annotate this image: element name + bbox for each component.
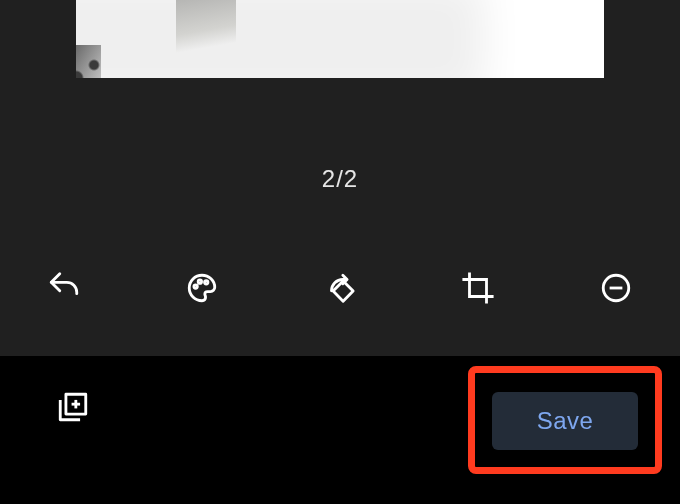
delete-button[interactable] bbox=[598, 272, 634, 308]
add-page-button[interactable] bbox=[56, 390, 90, 424]
rotate-icon bbox=[323, 271, 357, 309]
page-counter: 2/2 bbox=[0, 165, 680, 193]
preview-detail bbox=[76, 45, 101, 78]
undo-icon bbox=[47, 271, 81, 309]
save-button[interactable]: Save bbox=[492, 392, 638, 450]
svg-point-1 bbox=[198, 280, 201, 283]
edit-toolbar bbox=[0, 262, 680, 318]
remove-icon bbox=[599, 271, 633, 309]
rotate-button[interactable] bbox=[322, 272, 358, 308]
add-page-icon bbox=[56, 410, 90, 427]
undo-button[interactable] bbox=[46, 272, 82, 308]
preview-detail bbox=[176, 0, 236, 78]
scan-preview bbox=[76, 0, 604, 78]
crop-icon bbox=[461, 271, 495, 309]
save-button-label: Save bbox=[537, 407, 594, 435]
crop-button[interactable] bbox=[460, 272, 496, 308]
bottom-bar: Save bbox=[0, 356, 680, 504]
palette-icon bbox=[185, 271, 219, 309]
svg-point-2 bbox=[205, 281, 208, 284]
color-button[interactable] bbox=[184, 272, 220, 308]
svg-point-0 bbox=[194, 285, 197, 288]
